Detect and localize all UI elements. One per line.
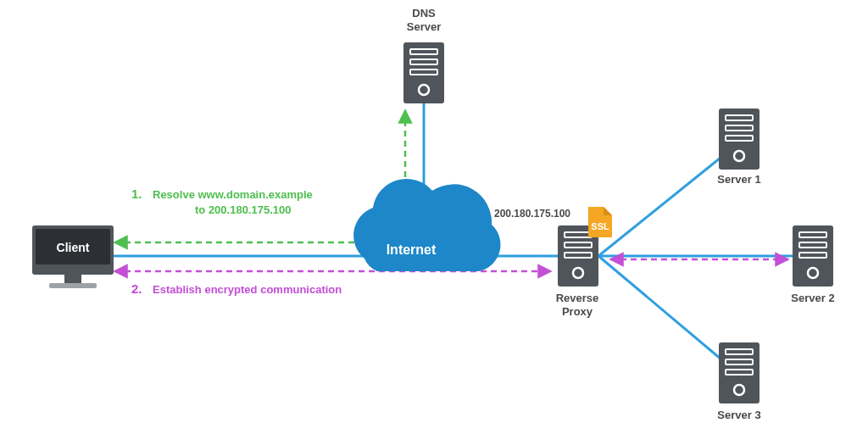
dns-label-l1: DNS [412, 7, 436, 19]
proxy-label-l1: Reverse [556, 292, 599, 304]
svg-rect-15 [49, 283, 97, 288]
server-1 [719, 108, 760, 170]
ssl-text: SSL [591, 221, 609, 231]
server-2 [793, 225, 833, 287]
dns-server [403, 42, 444, 103]
step2-text: Establish encrypted communication [153, 283, 342, 296]
server1-label: Server 1 [717, 173, 760, 186]
internet-cloud: Internet [353, 179, 500, 271]
internet-label: Internet [387, 242, 437, 257]
server-3 [719, 342, 760, 403]
svg-rect-14 [64, 275, 81, 283]
svg-line-9 [598, 256, 737, 373]
dns-label-l2: Server [407, 20, 441, 33]
step1-caption: 1. Resolve www.domain.example to 200.180… [131, 186, 313, 216]
ssl-badge: SSL [588, 207, 612, 237]
step2-caption: 2. Establish encrypted communication [131, 281, 342, 296]
step2-num: 2. [131, 281, 142, 296]
proxy-label-l2: Proxy [562, 305, 593, 318]
client-node: Client [32, 225, 114, 288]
step1-text-l1: Resolve www.domain.example [153, 188, 313, 201]
step1-text-l2: to 200.180.175.100 [195, 203, 291, 216]
step1-num: 1. [131, 186, 142, 201]
svg-line-7 [598, 144, 737, 256]
client-label: Client [57, 241, 90, 254]
proxy-ip: 200.180.175.100 [494, 208, 570, 220]
server2-label: Server 2 [791, 292, 834, 304]
server3-label: Server 3 [717, 409, 760, 421]
